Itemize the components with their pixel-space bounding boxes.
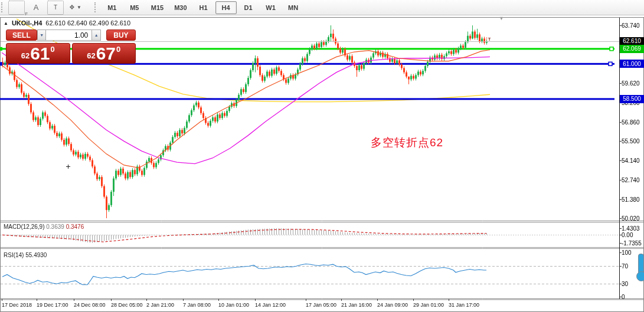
buy-price-box[interactable]: 62 67 0	[72, 43, 136, 64]
rsi-value: 55.4930	[25, 252, 47, 258]
date-tick-label: 31 Jan 17:00	[449, 302, 479, 308]
macd-tick: -1.7355	[622, 240, 642, 247]
date-tick-label: 10 Jan 01:00	[218, 302, 249, 308]
timeframe-H1[interactable]: H1	[193, 1, 214, 14]
rsi-tick: 70	[622, 262, 628, 269]
date-tick-label: 2 Jan 21:00	[146, 302, 174, 308]
collapse-triangle-icon[interactable]: ▲	[4, 21, 8, 26]
timeframe-M1[interactable]: M1	[102, 1, 123, 14]
macd-signal-value: 0.3476	[66, 224, 84, 230]
price-tick: 56.860	[622, 119, 640, 125]
sell-button[interactable]: SELL	[6, 29, 37, 41]
one-click-trading-panel: SELL ▼ 1.00 ▲ BUY 62 61 0 62 67 0	[6, 29, 136, 64]
timeframe-H4[interactable]: H4	[215, 1, 237, 14]
timeframe-MN[interactable]: MN	[283, 1, 304, 14]
scroll-slider[interactable]	[636, 254, 644, 282]
chart-shift-icon[interactable]: ▼	[499, 15, 504, 21]
arrows-glyph: ❖	[69, 4, 75, 11]
buy-price-sup: 0	[116, 45, 120, 54]
macd-label: MACD(12,26,9) 0.3639 0.3476	[4, 224, 84, 230]
timeframe-M15[interactable]: M15	[146, 1, 168, 14]
fibonacci-tool-icon[interactable]: F​	[8, 1, 25, 15]
toolbar-gripper[interactable]	[1, 2, 4, 12]
volume-increase-button[interactable]: ▲	[91, 29, 101, 41]
price-tick: 59.620	[622, 80, 640, 87]
timeframe-W1[interactable]: W1	[260, 1, 282, 14]
trade-arrow-icon: ↑T	[485, 35, 491, 42]
arrows-tool-icon[interactable]: ❖ ▼	[65, 1, 86, 14]
mt4-chart-window: F​ A T ❖ ▼ M1M5M15M30H1H4D1W1MN ▲ UKOil-…	[0, 0, 644, 312]
date-tick-label: 7 Jan 08:00	[183, 302, 211, 308]
rsi-label: RSI(14) 55.4930	[4, 252, 47, 258]
sell-price-big: 61	[30, 45, 50, 62]
fibonacci-glyph: F	[25, 12, 28, 16]
date-tick-label: 17 Dec 2018	[2, 302, 32, 308]
toolbar-gripper[interactable]	[94, 2, 97, 12]
price-tick: 52.740	[622, 177, 640, 183]
buy-price-prefix: 62	[87, 51, 95, 60]
date-tick-label: 21 Jan 16:00	[341, 302, 372, 308]
date-tick-label: 24 Jan 09:00	[377, 302, 408, 308]
timeframe-M30[interactable]: M30	[169, 1, 191, 14]
macd-tick: 0.00	[622, 232, 633, 238]
volume-input[interactable]: 1.00	[46, 29, 91, 41]
symbol-title: UKOil-,H4	[12, 19, 42, 27]
sell-price-box[interactable]: 62 61 0	[6, 43, 70, 64]
rsi-tick: 0	[622, 294, 625, 300]
price-tick: 63.740	[622, 22, 640, 29]
text-tool-icon[interactable]: A	[26, 1, 46, 14]
date-tick-label: 24 Dec 08:00	[74, 302, 106, 308]
price-tick: 50.020	[622, 215, 640, 222]
macd-tick: 1.4303	[622, 225, 640, 232]
current-price-label: 62.610	[620, 37, 644, 45]
blue-line2-price-label: 58.500	[620, 95, 644, 103]
date-tick-label: 14 Jan 12:00	[255, 302, 286, 308]
buy-button[interactable]: BUY	[106, 29, 136, 41]
chart-header: ▲ UKOil-,H4 62.610 62.640 62.490 62.610	[4, 19, 130, 27]
green-line-price-label: 62.069	[620, 45, 644, 53]
rsi-tick: 30	[622, 280, 628, 287]
timeframe-buttons: M1M5M15M30H1H4D1W1MN	[101, 1, 305, 14]
price-tick: 51.380	[622, 196, 640, 202]
ohlc-values: 62.610 62.640 62.490 62.610	[45, 19, 130, 27]
timeframe-D1[interactable]: D1	[238, 1, 259, 14]
macd-main-value: 0.3639	[46, 224, 64, 230]
chart-annotation-text: 多空转折点62	[371, 135, 443, 150]
sell-price-sup: 0	[51, 45, 55, 54]
timeframe-M5[interactable]: M5	[124, 1, 145, 14]
price-tick: 54.140	[622, 157, 640, 163]
text-label-tool-icon[interactable]: T	[47, 1, 64, 15]
date-tick-label: 28 Dec 05:00	[111, 302, 143, 308]
scroll-slider-bulb	[636, 271, 644, 281]
blue-line1-price-label: 61.000	[620, 60, 644, 68]
volume-decrease-button[interactable]: ▼	[37, 29, 47, 41]
date-tick-label: 29 Jan 01:00	[413, 302, 444, 308]
chevron-down-icon: ▼	[77, 5, 81, 10]
toolbar: F​ A T ❖ ▼ M1M5M15M30H1H4D1W1MN	[0, 0, 644, 15]
rsi-tick: 100	[622, 249, 632, 256]
date-tick-label: 17 Jan 05:00	[306, 302, 336, 308]
sell-price-prefix: 62	[21, 51, 30, 60]
price-tick: 55.500	[622, 138, 640, 144]
buy-price-big: 67	[96, 45, 116, 62]
date-tick-label: 19 Dec 17:00	[37, 302, 68, 308]
